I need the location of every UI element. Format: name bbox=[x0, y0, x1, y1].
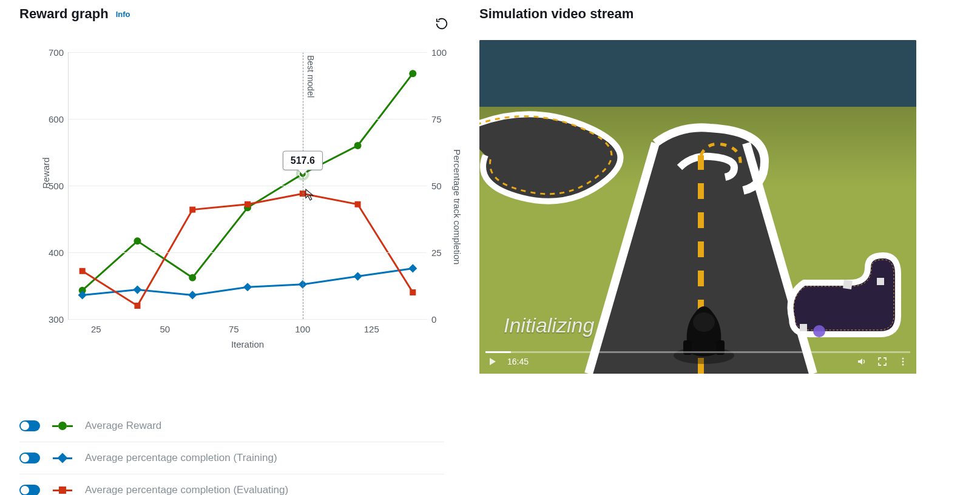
legend-toggle[interactable] bbox=[19, 485, 40, 495]
legend-label: Average percentage completion (Evaluatin… bbox=[85, 484, 288, 495]
svg-rect-14 bbox=[79, 268, 86, 274]
svg-rect-16 bbox=[189, 207, 195, 213]
info-link[interactable]: Info bbox=[116, 10, 130, 19]
legend-row: Average Reward bbox=[19, 410, 444, 442]
refresh-button[interactable] bbox=[433, 15, 450, 32]
legend-toggle[interactable] bbox=[19, 420, 40, 431]
y-tick-right: 50 bbox=[427, 181, 442, 191]
svg-rect-8 bbox=[133, 286, 141, 294]
play-icon[interactable] bbox=[488, 357, 498, 366]
svg-rect-29 bbox=[800, 324, 807, 331]
svg-rect-15 bbox=[134, 303, 140, 309]
svg-point-32 bbox=[902, 361, 904, 363]
svg-point-26 bbox=[693, 312, 715, 332]
legend-marker bbox=[49, 422, 76, 430]
svg-point-33 bbox=[902, 364, 904, 366]
svg-rect-9 bbox=[188, 291, 197, 299]
legend-toggle[interactable] bbox=[19, 453, 40, 463]
svg-point-2 bbox=[189, 274, 196, 281]
x-tick: 100 bbox=[295, 319, 310, 334]
legend-marker bbox=[49, 487, 76, 494]
refresh-icon bbox=[435, 17, 448, 30]
video-status-text: Initializing bbox=[504, 314, 594, 337]
svg-rect-13 bbox=[408, 264, 417, 272]
y-tick-right: 25 bbox=[427, 247, 442, 258]
fullscreen-icon[interactable] bbox=[877, 357, 887, 366]
y-tick-right: 75 bbox=[427, 114, 442, 124]
x-axis-label: Iteration bbox=[231, 339, 264, 349]
video-title: Simulation video stream bbox=[479, 6, 947, 22]
legend-label: Average percentage completion (Training) bbox=[85, 452, 277, 464]
reward-graph-title-text: Reward graph bbox=[19, 6, 109, 22]
x-tick: 125 bbox=[364, 319, 379, 334]
legend-label: Average Reward bbox=[85, 420, 161, 432]
y-tick-right: 0 bbox=[427, 314, 436, 325]
svg-rect-12 bbox=[353, 272, 362, 281]
svg-point-1 bbox=[133, 237, 141, 244]
video-time: 16:45 bbox=[507, 357, 529, 366]
legend-row: Average percentage completion (Evaluatin… bbox=[19, 474, 444, 495]
svg-rect-17 bbox=[245, 201, 251, 207]
best-model-label: Best model bbox=[303, 55, 316, 98]
video-minimap bbox=[777, 246, 904, 343]
more-icon[interactable] bbox=[898, 357, 908, 366]
svg-rect-28 bbox=[877, 278, 884, 285]
y-tick-left: 700 bbox=[49, 47, 69, 58]
x-tick: 75 bbox=[229, 319, 239, 334]
cursor-icon bbox=[305, 189, 316, 201]
legend-marker bbox=[49, 454, 76, 462]
svg-rect-19 bbox=[355, 201, 361, 207]
chart-legend: Average RewardAverage percentage complet… bbox=[19, 410, 444, 495]
reward-chart[interactable]: Reward Percentage track completion Best … bbox=[19, 46, 444, 362]
y-tick-left: 600 bbox=[49, 114, 69, 124]
svg-point-30 bbox=[813, 325, 825, 337]
y-tick-left: 300 bbox=[49, 314, 69, 325]
video-controls: 16:45 bbox=[479, 349, 916, 374]
chart-tooltip: 517.6 bbox=[283, 150, 323, 170]
y-tick-right: 100 bbox=[427, 47, 447, 58]
svg-rect-10 bbox=[243, 283, 252, 291]
svg-rect-20 bbox=[410, 289, 416, 295]
volume-icon[interactable] bbox=[857, 357, 867, 366]
x-tick: 25 bbox=[91, 319, 101, 334]
simulation-video[interactable]: Initializing 16:45 bbox=[479, 40, 916, 374]
svg-rect-27 bbox=[843, 280, 853, 289]
svg-point-6 bbox=[409, 70, 416, 77]
x-tick: 50 bbox=[160, 319, 171, 334]
reward-graph-title: Reward graph Info bbox=[19, 6, 444, 22]
legend-row: Average percentage completion (Training) bbox=[19, 442, 444, 474]
svg-point-31 bbox=[902, 358, 904, 360]
y-tick-left: 500 bbox=[49, 181, 69, 191]
y-tick-left: 400 bbox=[49, 247, 69, 258]
svg-point-5 bbox=[354, 142, 362, 149]
y-axis-right-label: Percentage track completion bbox=[452, 149, 462, 264]
